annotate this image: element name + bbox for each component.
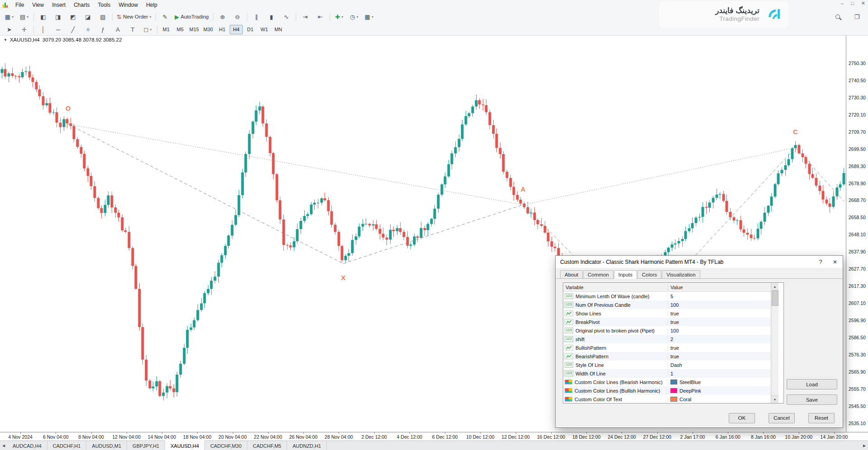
table-row[interactable]: 123Width Of Line1 bbox=[563, 369, 771, 378]
row-value-cell[interactable]: 100 bbox=[668, 328, 771, 333]
text-button[interactable]: A bbox=[111, 24, 125, 35]
auto-scroll-button[interactable]: ⇥ bbox=[298, 11, 312, 23]
terminal-button[interactable]: ◪ bbox=[81, 11, 95, 23]
row-value-cell[interactable]: SteelBlue bbox=[668, 380, 771, 385]
table-row[interactable]: Show Linestrue bbox=[563, 309, 771, 318]
menu-tools[interactable]: Tools bbox=[94, 1, 115, 9]
ok-button[interactable]: OK bbox=[729, 413, 755, 423]
price-axis[interactable]: 2750.302740.502730.302720.102709.702699.… bbox=[846, 35, 868, 432]
periods-button[interactable]: ◷▾ bbox=[347, 11, 361, 23]
indicators-button[interactable]: ✚▾ bbox=[332, 11, 346, 23]
navigator-button[interactable]: ◩ bbox=[66, 11, 80, 23]
dialog-tab-about[interactable]: About bbox=[560, 270, 583, 278]
bar-chart-mode-button[interactable]: ∥ bbox=[250, 11, 264, 23]
timeframe-m5[interactable]: M5 bbox=[174, 25, 187, 34]
scrollbar-up-icon[interactable]: ▲ bbox=[771, 283, 778, 291]
fibonacci-button[interactable]: ƒ bbox=[96, 24, 110, 35]
column-header-value[interactable]: Value bbox=[668, 285, 771, 290]
table-scrollbar[interactable]: ▲ ▼ bbox=[771, 283, 778, 403]
menu-file[interactable]: File bbox=[11, 1, 28, 9]
timeframe-h1[interactable]: H1 bbox=[216, 25, 229, 34]
scrollbar-thumb[interactable] bbox=[772, 291, 778, 306]
row-value-cell[interactable]: 100 bbox=[668, 302, 771, 308]
chart-tab-xauusd-h4[interactable]: XAUUSD,H4 bbox=[165, 441, 205, 450]
chart-tab-gbpjpy-h1[interactable]: GBPJPY,H1 bbox=[127, 441, 165, 450]
dialog-tab-common[interactable]: Common bbox=[583, 270, 613, 278]
strategy-tester-button[interactable]: ▧ bbox=[96, 11, 110, 23]
table-row[interactable]: 123Num Of Previous Candle100 bbox=[563, 300, 771, 309]
row-value-cell[interactable]: 5 bbox=[668, 294, 771, 299]
text-label-button[interactable]: T bbox=[126, 24, 140, 35]
chart-tab-cadchf-m5[interactable]: CADCHF,M5 bbox=[247, 441, 287, 450]
column-header-variable[interactable]: Variable bbox=[563, 285, 668, 290]
data-window-button[interactable]: ◨ bbox=[51, 11, 65, 23]
table-row[interactable]: 123Minimum Lenth Of Wave (candle)5 bbox=[563, 292, 771, 300]
chart-tab-audusd-m1[interactable]: AUDUSD,M1 bbox=[86, 441, 127, 450]
menu-help[interactable]: Help bbox=[142, 1, 161, 9]
cancel-button[interactable]: Cancel bbox=[769, 413, 795, 423]
menu-window[interactable]: Window bbox=[115, 1, 142, 9]
zoom-in-button[interactable]: ⊕ bbox=[216, 11, 230, 23]
menu-view[interactable]: View bbox=[28, 1, 48, 9]
trendline-button[interactable]: ╱ bbox=[66, 24, 80, 35]
row-value-cell[interactable]: Coral bbox=[668, 397, 771, 402]
maximize-button[interactable]: □ bbox=[851, 0, 854, 6]
table-row[interactable]: 123Style Of LineDash bbox=[563, 361, 771, 369]
table-row[interactable]: Custom Color Lines (Bullish Harmonic)Dee… bbox=[563, 386, 771, 395]
table-row[interactable]: 123Original pivot to broken pivot (Pipet… bbox=[563, 326, 771, 335]
autotrading-button[interactable]: ▶AutoTrading bbox=[173, 11, 211, 23]
row-value-cell[interactable]: true bbox=[668, 354, 771, 359]
time-axis[interactable]: 4 Nov 20246 Nov 04:008 Nov 04:0012 Nov 0… bbox=[0, 432, 868, 441]
profiles-button[interactable]: ▤▾ bbox=[17, 11, 31, 23]
metaeditor-button[interactable]: ✎ bbox=[158, 11, 172, 23]
row-value-cell[interactable]: DeepPink bbox=[668, 388, 771, 394]
dialog-close-icon[interactable]: ✕ bbox=[829, 257, 841, 267]
candlestick-mode-button[interactable]: ▮ bbox=[264, 11, 278, 23]
tabs-scroll-left-icon[interactable]: ◀ bbox=[0, 441, 7, 450]
minimize-button[interactable]: – bbox=[841, 0, 844, 6]
table-row[interactable]: BreakPivottrue bbox=[563, 318, 771, 326]
menu-insert[interactable]: Insert bbox=[48, 1, 70, 9]
row-value-cell[interactable]: Dash bbox=[668, 362, 771, 368]
new-chart-button[interactable]: ▦▾ bbox=[2, 11, 16, 23]
row-value-cell[interactable]: true bbox=[668, 319, 771, 325]
table-row[interactable]: Custom Color Lines (Bearish Harmonic)Ste… bbox=[563, 378, 771, 386]
tabs-scroll-right-icon[interactable]: ▶ bbox=[861, 441, 868, 450]
table-row[interactable]: BearishPatterntrue bbox=[563, 352, 771, 361]
chart-shift-button[interactable]: ⇤ bbox=[313, 11, 327, 23]
chart-tab-cadchf-h1[interactable]: CADCHF,H1 bbox=[47, 441, 87, 450]
table-row[interactable]: 123shift2 bbox=[563, 335, 771, 343]
equidistant-channel-button[interactable]: = bbox=[81, 24, 95, 35]
timeframe-w1[interactable]: W1 bbox=[258, 25, 271, 34]
scrollbar-down-icon[interactable]: ▼ bbox=[771, 395, 778, 403]
row-value-cell[interactable]: true bbox=[668, 311, 771, 316]
table-row[interactable]: BullishPatterntrue bbox=[563, 343, 771, 352]
load-button[interactable]: Load bbox=[787, 379, 837, 389]
zoom-out-button[interactable]: ⊖ bbox=[231, 11, 245, 23]
close-button[interactable]: ✕ bbox=[861, 0, 865, 6]
save-button[interactable]: Save bbox=[787, 394, 837, 405]
timeframe-m15[interactable]: M15 bbox=[188, 25, 201, 34]
vertical-line-button[interactable]: │ bbox=[36, 24, 50, 35]
timeframe-mn[interactable]: MN bbox=[272, 25, 285, 34]
panel-toggle-button[interactable]: ❐ bbox=[850, 11, 864, 23]
chart-tab-audnzd-h1[interactable]: AUDNZD,H1 bbox=[287, 441, 327, 450]
row-value-cell[interactable]: true bbox=[668, 345, 771, 351]
table-row[interactable]: Custom Color Of TextCoral bbox=[563, 395, 771, 403]
dialog-tab-colors[interactable]: Colors bbox=[637, 270, 661, 278]
row-value-cell[interactable]: 2 bbox=[668, 337, 771, 342]
menu-charts[interactable]: Charts bbox=[70, 1, 94, 9]
cursor-button[interactable]: ➤ bbox=[2, 24, 16, 35]
search-button[interactable] bbox=[830, 11, 844, 23]
dialog-help-button[interactable]: ? bbox=[815, 257, 826, 267]
timeframe-d1[interactable]: D1 bbox=[244, 25, 257, 34]
dialog-title-bar[interactable]: Custom Indicator - Classic Shark Harmoni… bbox=[556, 256, 843, 268]
row-value-cell[interactable]: 1 bbox=[668, 371, 771, 376]
line-chart-mode-button[interactable]: ∿ bbox=[279, 11, 293, 23]
reset-button[interactable]: Reset bbox=[808, 413, 835, 423]
dialog-tab-visualization[interactable]: Visualization bbox=[662, 270, 700, 278]
new-order-button[interactable]: ⇅New Order▾ bbox=[115, 11, 153, 23]
horizontal-line-button[interactable]: ─ bbox=[51, 24, 65, 35]
timeframe-m30[interactable]: M30 bbox=[202, 25, 215, 34]
crosshair-button[interactable]: ✛ bbox=[17, 24, 31, 35]
